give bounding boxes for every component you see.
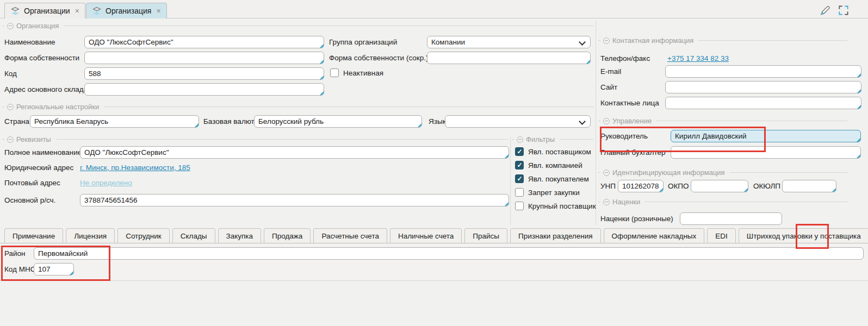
detail-tab-bar: Примечание Лицензия Сотрудник Склады Зак… xyxy=(4,228,868,243)
phone-link[interactable]: +375 17 334 82 33 xyxy=(667,54,729,62)
document-tab-bar: Организации × Организация × xyxy=(0,0,868,18)
ownership-label: Форма собственности xyxy=(4,54,79,62)
collapse-icon[interactable] xyxy=(7,136,14,143)
tab-edi[interactable]: EDI xyxy=(707,228,736,243)
name-field[interactable] xyxy=(84,36,324,48)
tab-close-icon[interactable]: × xyxy=(75,7,79,15)
warehouse-address-label: Адрес основного склада xyxy=(4,85,88,93)
chief-accountant-field[interactable] xyxy=(671,146,861,159)
tab-purchase[interactable]: Закупка xyxy=(218,228,262,243)
currency-field[interactable] xyxy=(254,115,422,128)
email-field[interactable] xyxy=(665,65,861,78)
head-label: Руководитель xyxy=(600,132,648,140)
legal-address-label: Юридический адрес xyxy=(4,164,73,172)
large-supplier-checkbox-label: Крупный поставщик xyxy=(528,202,596,210)
tab-separation-signs[interactable]: Признаки разделения xyxy=(510,228,601,243)
tab-label: Организации xyxy=(24,7,70,15)
inactive-checkbox[interactable] xyxy=(330,68,339,77)
section-header-regional: Региональные настройки xyxy=(2,103,594,111)
code-label: Код xyxy=(4,70,17,78)
account-label: Основной р/сч. xyxy=(4,196,55,204)
company-checkbox[interactable] xyxy=(515,161,524,170)
group-select[interactable] xyxy=(427,36,591,48)
district-label: Район xyxy=(4,249,26,258)
tab-settlement-accounts[interactable]: Расчетные счета xyxy=(313,228,387,243)
section-header-ident: Идентифицирующая информация xyxy=(598,168,847,177)
collapse-icon[interactable] xyxy=(7,104,14,110)
filter-row: Крупный поставщик xyxy=(515,202,596,210)
postal-address-label: Почтовый адрес xyxy=(4,179,60,187)
retail-markups-field[interactable] xyxy=(680,212,782,225)
tab-warehouses[interactable]: Склады xyxy=(172,228,215,243)
mns-code-field[interactable] xyxy=(34,263,74,275)
buyer-checkbox-label: Явл. покупателем xyxy=(528,175,589,183)
contact-persons-field[interactable] xyxy=(665,97,861,109)
supplier-checkbox[interactable] xyxy=(515,147,524,156)
filter-row: Запрет закупки xyxy=(515,188,580,197)
buyer-checkbox[interactable] xyxy=(515,174,524,183)
currency-label: Базовая валюта xyxy=(203,117,258,126)
country-label: Страна xyxy=(4,117,29,126)
full-name-field[interactable] xyxy=(80,146,509,159)
language-label: Язык xyxy=(429,117,446,126)
collapse-icon[interactable] xyxy=(603,170,610,176)
tab-note[interactable]: Примечание xyxy=(4,228,63,243)
warehouse-address-field[interactable] xyxy=(84,83,324,96)
tab-supplier-package-barcode[interactable]: Штрихкод упаковки у поставщика xyxy=(739,228,868,243)
filter-row: Явл. покупателем xyxy=(515,174,589,183)
purchase-ban-checkbox-label: Запрет закупки xyxy=(528,189,580,197)
site-label: Сайт xyxy=(600,83,617,91)
group-label: Группа организаций xyxy=(329,38,397,46)
tab-close-icon[interactable]: × xyxy=(156,7,160,15)
tab-organization-card[interactable]: Организация × xyxy=(86,3,167,18)
divider xyxy=(510,137,511,225)
ownership-short-field[interactable] xyxy=(427,52,591,64)
layers-icon xyxy=(92,6,102,16)
tab-license[interactable]: Лицензия xyxy=(66,228,115,243)
site-field[interactable] xyxy=(665,81,861,93)
divider xyxy=(596,21,596,225)
expand-fullscreen-icon[interactable] xyxy=(837,4,850,17)
app-window: Организации × Организация × Организация xyxy=(0,0,868,326)
collapse-icon[interactable] xyxy=(603,199,610,205)
inactive-checkbox-label: Неактивная xyxy=(343,69,383,77)
collapse-icon[interactable] xyxy=(603,37,610,44)
retail-markups-label: Наценки (розничные) xyxy=(600,215,673,223)
chief-accountant-label: Главный бухгалтер xyxy=(600,148,666,156)
section-header-requisites: Реквизиты xyxy=(2,135,508,143)
section-header-markups: Наценки xyxy=(598,198,847,206)
postal-address-link[interactable]: Не определено xyxy=(80,179,132,187)
district-field[interactable] xyxy=(34,247,864,260)
tab-organizations-list[interactable]: Организации × xyxy=(4,3,85,18)
legal-address-link[interactable]: г. Минск, пр.Независимости, 185 xyxy=(80,164,190,172)
filter-row: Явл. компанией xyxy=(515,161,582,170)
okpo-label: ОКПО xyxy=(668,182,689,190)
tab-price-lists[interactable]: Прайсы xyxy=(464,228,507,243)
tab-cash-accounts[interactable]: Наличные счета xyxy=(390,228,462,243)
head-field[interactable] xyxy=(671,130,861,142)
collapse-icon[interactable] xyxy=(7,23,14,29)
okyulp-field[interactable] xyxy=(782,180,836,192)
contact-persons-label: Контактные лица xyxy=(600,99,659,107)
language-select[interactable] xyxy=(445,115,591,128)
code-field[interactable] xyxy=(84,67,324,80)
tab-sale[interactable]: Продажа xyxy=(264,228,311,243)
unp-label: УНП xyxy=(600,182,616,190)
supplier-checkbox-label: Явл. поставщиком xyxy=(528,148,591,156)
ownership-field[interactable] xyxy=(84,52,324,64)
okpo-field[interactable] xyxy=(691,180,748,192)
tab-invoice-formatting[interactable]: Оформление накладных xyxy=(604,228,705,243)
unp-field[interactable] xyxy=(618,180,664,192)
tab-employee[interactable]: Сотрудник xyxy=(117,228,170,243)
ownership-short-label: Форма собственности (сокр.) xyxy=(329,54,428,62)
large-supplier-checkbox[interactable] xyxy=(515,202,524,210)
purchase-ban-checkbox[interactable] xyxy=(515,188,524,197)
tab-label: Организация xyxy=(106,7,151,15)
collapse-icon[interactable] xyxy=(517,136,523,143)
collapse-icon[interactable] xyxy=(603,118,610,124)
section-header-organization: Организация xyxy=(2,22,594,30)
full-name-label: Полное наименование xyxy=(4,148,82,156)
account-field[interactable] xyxy=(80,194,509,206)
edit-pencil-icon[interactable] xyxy=(819,4,832,17)
country-field[interactable] xyxy=(30,115,199,128)
